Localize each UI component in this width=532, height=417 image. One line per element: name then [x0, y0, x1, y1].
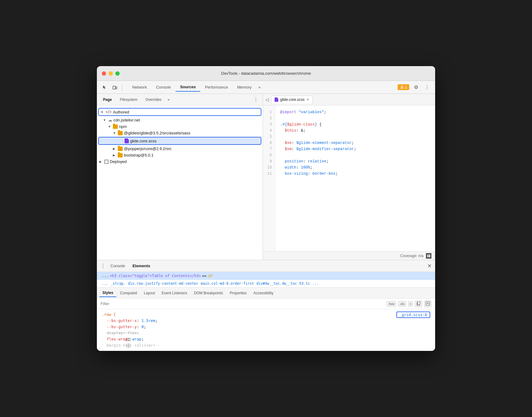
window-title: DevTools - datacadamia.com/web/browser/c… — [221, 71, 311, 76]
tab-properties[interactable]: Properties — [227, 289, 250, 297]
code-line-11: box-sizing: border-box; — [280, 171, 430, 177]
tab-console[interactable]: Console — [152, 83, 175, 91]
bottom-panel: ⋮ Console Elements ✕ ... <h3 class="togg… — [97, 260, 435, 351]
popperjs-label: @popperjs/core@2.9.2/src — [124, 146, 172, 151]
tree-arrow-authored: ▼ — [101, 110, 104, 114]
tab-network[interactable]: Network — [128, 83, 151, 91]
code-line-8 — [280, 152, 430, 158]
hov-button[interactable]: :hov — [387, 301, 396, 307]
device-toggle-icon[interactable] — [110, 83, 119, 92]
add-style-button[interactable]: + — [408, 301, 413, 307]
toolbar-separator — [122, 84, 122, 91]
line-numbers: 1 2 3 4 5 6 7 8 9 10 11 — [263, 105, 275, 251]
panel-tabs-more[interactable]: » — [166, 96, 172, 103]
more-tabs-button[interactable]: » — [256, 84, 262, 91]
tab-performance[interactable]: Performance — [201, 83, 232, 91]
panel-tabs-dots[interactable]: ⋮ — [252, 97, 260, 102]
bottom-dots-icon[interactable]: ⋮ — [101, 263, 105, 269]
code-line-9: position: relative; — [280, 158, 430, 165]
tree-popperjs[interactable]: ▶ @popperjs/core@2.9.2/src — [97, 145, 263, 152]
code-line-7: $sm: $glide-modifier-separator; — [280, 146, 430, 152]
crumb-main[interactable]: main.col-md-9.order-first — [201, 281, 254, 286]
code-icon: </> — [105, 109, 112, 114]
svg-rect-4 — [428, 256, 429, 256]
tab-page[interactable]: Page — [99, 96, 116, 103]
tree-arrow-cdn: ▼ — [103, 118, 107, 122]
tab-accessibility[interactable]: Accessibility — [250, 289, 276, 297]
styles-code-panel: _grid.scss:6 .row { --bs-gutter-x: 1.5re… — [97, 309, 435, 351]
cdn-label: cdn.jsdelivr.net — [113, 118, 140, 122]
tab-styles[interactable]: Styles — [99, 289, 116, 297]
tree-arrow-glideis: ▼ — [113, 131, 117, 135]
tab-sources[interactable]: Sources — [176, 83, 200, 92]
tab-layout[interactable]: Layout — [141, 289, 158, 297]
styles-tabs: Styles Computed Layout Event Listeners D… — [97, 288, 435, 299]
line-num-9: 9 — [263, 158, 275, 165]
tree-glideis[interactable]: ▼ @glideis/glide@3.5.2/src/assets/sass — [97, 130, 263, 136]
editor-footer: Coverage: n/a — [263, 251, 435, 260]
editor-tab-active[interactable]: glide.core.scss ✕ — [271, 96, 313, 103]
editor-back-icon[interactable]: ◁ — [265, 97, 269, 102]
tree-cdn[interactable]: ▼ ☁ cdn.jsdelivr.net — [97, 117, 263, 123]
tree-authored[interactable]: ▼ </> Authored — [98, 108, 261, 116]
tab-filesystem[interactable]: Filesystem — [116, 96, 141, 103]
dom-equal: == — [202, 274, 206, 278]
crumb-toc[interactable]: div#dw__toc.dw__toc — [256, 281, 297, 286]
dom-selected-element: ... <h3 class="toggle">Table of Contents… — [97, 272, 435, 280]
glideis-label: @glideis/glide@3.5.2/src/assets/sass — [124, 131, 190, 135]
code-line-5 — [280, 134, 430, 140]
code-line-6: $se: $glide-element-separator; — [280, 140, 430, 146]
expand-icon[interactable] — [424, 300, 431, 307]
coverage-icon[interactable] — [426, 253, 431, 259]
tree-bootstrap[interactable]: ▶ bootstrap@5.0.1 — [97, 152, 263, 158]
tab-memory[interactable]: Memory — [233, 83, 256, 91]
tab-console-bottom[interactable]: Console — [108, 262, 128, 269]
window-controls — [102, 71, 120, 76]
tree-arrow-bootstrap: ▶ — [113, 153, 117, 157]
tab-computed[interactable]: Computed — [117, 289, 140, 297]
line-num-8: 8 — [263, 152, 275, 158]
crumb-dots[interactable]: ... — [102, 281, 108, 286]
crumb-h3[interactable]: h3.tc — [299, 281, 310, 286]
dom-element-html: <h3 class="toggle">Table of Contents</h3… — [110, 274, 201, 278]
crumb-row[interactable]: div.row.justify-content-md-center — [128, 281, 198, 286]
bottom-toolbar: ⋮ Console Elements ✕ — [97, 260, 435, 272]
settings-icon[interactable]: ⚙ — [412, 83, 420, 92]
svg-rect-7 — [426, 302, 430, 305]
tab-event-listeners[interactable]: Event Listeners — [159, 289, 190, 297]
crumb-more[interactable]: ... — [312, 281, 319, 286]
minimize-button[interactable] — [109, 71, 113, 76]
cls-button[interactable]: .cls — [398, 301, 406, 307]
tree-arrow-npm: ▼ — [108, 125, 112, 128]
notification-count: 1 — [405, 85, 407, 89]
right-panel: ◁ glide.core.scss ✕ 1 2 3 4 5 6 7 8 9 — [263, 94, 435, 260]
tree-glide-core[interactable]: ▶ glide.core.scss — [98, 137, 261, 145]
notification-badge[interactable]: ⚠ 1 — [398, 84, 409, 90]
folder-icon-bootstrap — [118, 153, 123, 157]
tab-overrides[interactable]: Overrides — [142, 96, 165, 103]
code-line-3: .#{$glide-class} { — [280, 121, 430, 128]
tree-npm[interactable]: ▼ npm — [97, 123, 263, 130]
styles-filter-input[interactable] — [101, 301, 384, 306]
crumb-strap[interactable]: _strap. — [111, 281, 125, 286]
prop-gutter-x: --bs-gutter-x: 1.5rem; — [102, 318, 430, 324]
close-button[interactable] — [102, 71, 106, 76]
tab-dom-breakpoints[interactable]: DOM Breakpoints — [191, 289, 226, 297]
prop-display: display: flex; — [102, 330, 430, 336]
code-editor[interactable]: 1 2 3 4 5 6 7 8 9 10 11 @import "variabl… — [263, 105, 435, 251]
main-tabs: Network Console Sources Performance Memo… — [128, 83, 396, 92]
tab-elements-bottom[interactable]: Elements — [130, 262, 153, 269]
maximize-button[interactable] — [115, 71, 120, 76]
code-line-4: $this: &; — [280, 128, 430, 134]
dom-dollar-zero: $0 — [208, 274, 212, 278]
cursor-icon[interactable] — [101, 83, 109, 92]
copy-icon[interactable] — [415, 300, 422, 307]
tree-arrow-popperjs: ▶ — [113, 147, 117, 150]
more-options-icon[interactable]: ⋮ — [423, 83, 431, 92]
editor-tab-close[interactable]: ✕ — [306, 97, 309, 102]
tree-deployed[interactable]: ▶ ⬡ Deployed — [97, 158, 263, 165]
rule-source-link[interactable]: _grid.scss:6 — [396, 312, 430, 318]
box-icon: ⬡ — [104, 160, 109, 164]
titlebar: DevTools - datacadamia.com/web/browser/c… — [97, 66, 435, 81]
close-bottom-panel[interactable]: ✕ — [427, 263, 431, 269]
